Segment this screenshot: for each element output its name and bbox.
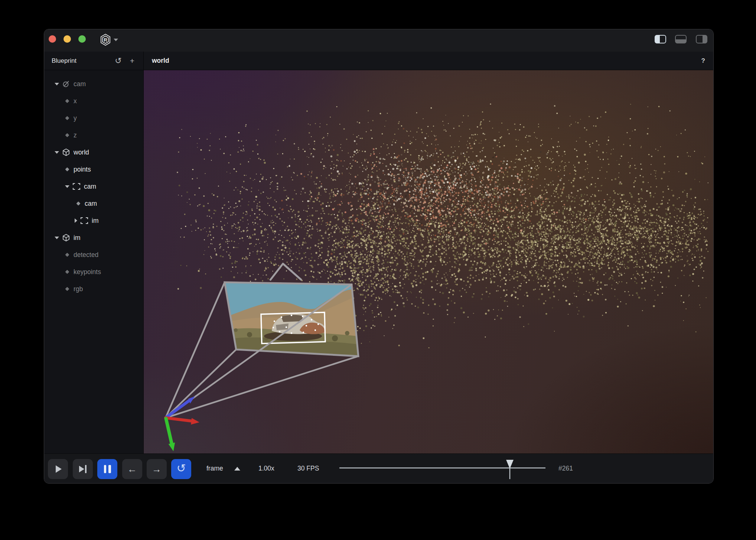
tree-item-label: im	[92, 217, 98, 225]
expand-triangle-icon[interactable]	[65, 185, 69, 188]
tree-item-label: cam	[85, 200, 97, 208]
component-icon	[65, 287, 69, 291]
help-icon[interactable]: ?	[701, 57, 705, 65]
cube-icon	[62, 148, 70, 156]
tree-item-keypoints[interactable]: keypoints	[44, 263, 143, 280]
playhead-marker[interactable]	[506, 460, 514, 469]
app-window: R Blueprint ↺ + camxyzworldpointscamcami…	[44, 29, 714, 484]
toggle-left-panel-button[interactable]	[655, 35, 666, 43]
camera-frustum-overlay	[144, 70, 714, 454]
camera-up-indicator	[270, 264, 302, 280]
close-button[interactable]	[49, 35, 56, 43]
time-panel: ← → ↺ frame 1.00x 30 FPS #261	[44, 453, 713, 483]
frame-icon	[72, 182, 81, 191]
frame-icon	[80, 217, 88, 225]
x-axis-arrow	[166, 418, 193, 421]
minimize-button[interactable]	[63, 35, 71, 43]
expand-triangle-icon[interactable]	[55, 83, 59, 85]
tree-item-label: points	[74, 166, 91, 173]
plot-view-icon	[62, 80, 70, 88]
3d-viewport[interactable]	[144, 70, 714, 454]
y-axis-arrow	[166, 419, 172, 445]
component-icon	[65, 99, 69, 103]
rerun-logo-icon: R	[100, 33, 111, 46]
view-header: world ?	[144, 52, 713, 70]
timeline-scrubber[interactable]	[44, 454, 714, 484]
main-view: world ?	[144, 52, 713, 454]
tree-item-points[interactable]: points	[44, 161, 143, 178]
tree-item-label: y	[74, 114, 77, 122]
view-title: world	[152, 57, 701, 65]
rerun-menu-button[interactable]: R	[100, 33, 118, 46]
tree-item-im[interactable]: im	[44, 212, 143, 229]
reset-blueprint-button[interactable]: ↺	[115, 57, 121, 65]
expand-triangle-icon[interactable]	[55, 237, 59, 239]
tree-item-cam[interactable]: cam	[44, 178, 143, 195]
tree-item-detected[interactable]: detected	[44, 246, 143, 263]
blueprint-tree: camxyzworldpointscamcamimimdetectedkeypo…	[44, 70, 143, 297]
tree-item-world[interactable]: world	[44, 144, 143, 161]
toggle-right-panel-button[interactable]	[696, 35, 707, 43]
svg-text:R: R	[104, 37, 107, 43]
component-icon	[65, 270, 69, 274]
tree-item-y[interactable]: y	[44, 110, 143, 127]
tree-item-cam[interactable]: cam	[44, 195, 143, 212]
add-view-button[interactable]: +	[130, 57, 134, 65]
zoom-button[interactable]	[78, 35, 86, 43]
tree-item-label: im	[74, 234, 80, 242]
toggle-bottom-panel-button[interactable]	[675, 35, 687, 43]
blueprint-header: Blueprint ↺ +	[44, 52, 143, 70]
cube-icon	[62, 234, 70, 242]
tree-item-rgb[interactable]: rgb	[44, 280, 143, 297]
component-icon	[65, 133, 69, 137]
component-icon	[65, 167, 69, 171]
tree-item-label: cam	[84, 183, 96, 191]
titlebar: R	[44, 29, 713, 52]
tree-item-label: detected	[74, 251, 98, 259]
collapse-triangle-icon[interactable]	[75, 218, 77, 223]
frame-counter: #261	[558, 465, 573, 472]
tree-item-label: x	[74, 97, 77, 105]
tree-item-label: rgb	[74, 285, 83, 293]
blueprint-panel: Blueprint ↺ + camxyzworldpointscamcamimi…	[44, 52, 144, 454]
tree-item-label: z	[74, 131, 77, 139]
tree-item-x[interactable]: x	[44, 92, 143, 110]
expand-triangle-icon[interactable]	[55, 151, 59, 154]
tree-item-label: keypoints	[74, 268, 101, 276]
component-icon	[65, 253, 69, 257]
tree-item-label: cam	[74, 80, 86, 88]
tree-item-label: world	[74, 149, 89, 156]
component-icon	[65, 116, 69, 120]
blueprint-title: Blueprint	[52, 57, 115, 65]
tree-item-im[interactable]: im	[44, 229, 143, 246]
chevron-down-icon	[114, 39, 118, 41]
tree-item-z[interactable]: z	[44, 127, 143, 144]
component-icon	[76, 201, 80, 205]
tree-item-cam[interactable]: cam	[44, 75, 143, 92]
